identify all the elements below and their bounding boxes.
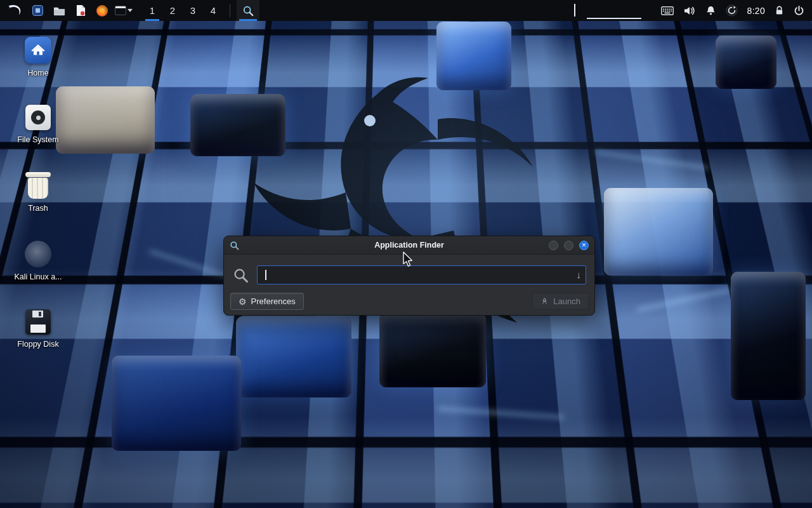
panel-launchers xyxy=(0,0,133,21)
search-icon xyxy=(233,267,249,283)
workspace-2[interactable]: 2 xyxy=(162,0,183,21)
window-title: Application Finder xyxy=(224,241,594,250)
firefox-icon xyxy=(96,5,108,17)
workspace-1[interactable]: 1 xyxy=(142,0,162,21)
workspace-3[interactable]: 3 xyxy=(183,0,203,21)
text-editor-icon xyxy=(76,4,86,17)
taskbar-application-finder[interactable] xyxy=(237,0,259,21)
top-panel: 1 2 3 4 xyxy=(0,0,812,21)
window-controls: ✕ xyxy=(549,241,589,250)
file-manager-launcher[interactable] xyxy=(49,0,69,21)
kali-docs-icon xyxy=(25,241,51,267)
desktop-icon-home[interactable]: Home xyxy=(8,37,69,77)
desktop-icon-file-system[interactable]: File System xyxy=(8,105,69,144)
desktop-icon-kali-docs[interactable]: Kali Linux a... xyxy=(8,241,69,281)
maximize-button[interactable] xyxy=(564,241,573,250)
dashboard-launcher[interactable] xyxy=(28,0,47,21)
launch-button[interactable]: Launch xyxy=(532,293,589,310)
power-menu[interactable] xyxy=(794,0,804,21)
home-icon xyxy=(25,37,51,64)
chevron-down-icon[interactable] xyxy=(128,9,133,12)
preferences-label: Preferences xyxy=(251,297,296,306)
desktop-icon-trash[interactable]: Trash xyxy=(8,172,69,213)
desktop-icon-label: File System xyxy=(17,135,58,144)
panel-indicator-mark xyxy=(574,4,575,17)
kali-menu-button[interactable] xyxy=(4,0,25,21)
floppy-disk-icon xyxy=(25,309,51,335)
minimize-button[interactable] xyxy=(549,241,558,250)
system-tray: 8:20 xyxy=(661,0,812,21)
power-icon xyxy=(794,5,804,16)
window-app-finder-icon xyxy=(230,241,239,250)
mouse-cursor xyxy=(402,251,414,268)
workspace-4[interactable]: 4 xyxy=(203,0,223,21)
firefox-launcher[interactable] xyxy=(93,0,112,21)
gear-icon: ⚙ xyxy=(239,297,247,307)
terminal-icon xyxy=(115,6,126,15)
keyboard-indicator[interactable] xyxy=(661,0,674,21)
file-manager-icon xyxy=(53,6,65,16)
panel-indicator-line xyxy=(587,18,641,19)
dialog-buttons: ⚙ Preferences Launch xyxy=(224,284,594,315)
text-editor-launcher[interactable] xyxy=(71,0,90,21)
desktop-icon-label: Kali Linux a... xyxy=(14,272,62,281)
app-finder-icon xyxy=(242,5,254,17)
screen-lock[interactable] xyxy=(775,0,784,21)
lock-icon xyxy=(775,5,784,16)
volume-icon xyxy=(683,6,696,16)
kali-logo-icon xyxy=(6,3,23,19)
notifications[interactable] xyxy=(705,0,716,21)
launch-label: Launch xyxy=(553,297,580,306)
desktop-icon-floppy[interactable]: Floppy Disk xyxy=(8,309,69,349)
dashboard-icon xyxy=(32,5,43,16)
terminal-launcher[interactable] xyxy=(114,0,133,21)
text-caret xyxy=(265,270,266,280)
trash-icon xyxy=(27,172,49,199)
volume-control[interactable] xyxy=(683,0,696,21)
keyboard-icon xyxy=(661,6,674,15)
clock[interactable]: 8:20 xyxy=(747,0,765,21)
history-dropdown-icon[interactable]: ↓ xyxy=(577,269,582,280)
file-system-icon xyxy=(25,105,51,130)
launch-icon xyxy=(540,297,549,305)
update-icon xyxy=(726,4,738,17)
application-finder-window: Application Finder ✕ ↓ ⚙ Preferences xyxy=(223,236,595,316)
desktop-icon-label: Floppy Disk xyxy=(17,340,58,349)
close-button[interactable]: ✕ xyxy=(579,241,589,250)
search-input[interactable]: ↓ xyxy=(257,265,586,284)
panel-separator xyxy=(230,4,230,17)
workspace-switcher: 1 2 3 4 xyxy=(142,0,223,21)
updates-applet[interactable] xyxy=(726,0,738,21)
bell-icon xyxy=(705,5,716,16)
desktop-icon-label: Home xyxy=(27,69,48,77)
preferences-button[interactable]: ⚙ Preferences xyxy=(230,293,304,310)
desktop-icon-label: Trash xyxy=(28,204,48,213)
